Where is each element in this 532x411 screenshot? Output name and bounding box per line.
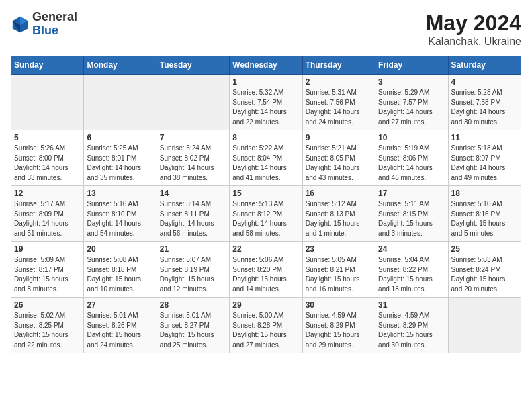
calendar-cell: 12Sunrise: 5:17 AM Sunset: 8:09 PM Dayli… [11,186,84,242]
calendar-cell: 31Sunrise: 4:59 AM Sunset: 8:29 PM Dayli… [375,298,448,353]
calendar-week-row: 26Sunrise: 5:02 AM Sunset: 8:25 PM Dayli… [11,298,521,353]
day-info: Sunrise: 5:02 AM Sunset: 8:25 PM Dayligh… [14,311,81,350]
day-number: 4 [451,77,518,87]
day-info: Sunrise: 4:59 AM Sunset: 8:29 PM Dayligh… [306,311,372,350]
calendar-cell: 15Sunrise: 5:13 AM Sunset: 8:12 PM Dayli… [230,186,302,242]
calendar-cell: 19Sunrise: 5:09 AM Sunset: 8:17 PM Dayli… [11,242,84,298]
calendar-cell: 17Sunrise: 5:11 AM Sunset: 8:15 PM Dayli… [375,186,448,242]
title-block: May 2024 Kalanchak, Ukraine [426,11,521,48]
day-number: 17 [378,189,445,198]
day-number: 27 [87,300,153,310]
day-number: 14 [160,189,226,198]
day-number: 29 [232,300,299,310]
calendar-cell: 20Sunrise: 5:08 AM Sunset: 8:18 PM Dayli… [84,242,157,298]
day-info: Sunrise: 5:16 AM Sunset: 8:10 PM Dayligh… [87,199,153,238]
logo-blue-text: Blue [32,24,58,37]
calendar-cell [448,298,521,353]
day-number: 31 [378,300,445,310]
day-info: Sunrise: 5:00 AM Sunset: 8:28 PM Dayligh… [232,311,299,350]
calendar-cell: 8Sunrise: 5:22 AM Sunset: 8:04 PM Daylig… [230,130,302,186]
calendar-week-row: 12Sunrise: 5:17 AM Sunset: 8:09 PM Dayli… [11,186,521,242]
day-info: Sunrise: 5:10 AM Sunset: 8:16 PM Dayligh… [451,199,518,238]
day-info: Sunrise: 5:21 AM Sunset: 8:05 PM Dayligh… [306,144,372,183]
calendar-cell: 28Sunrise: 5:01 AM Sunset: 8:27 PM Dayli… [157,298,229,353]
day-number: 3 [378,77,445,87]
day-number: 1 [232,77,299,87]
day-number: 22 [232,244,299,254]
day-number: 11 [451,133,518,142]
day-number: 6 [87,133,153,142]
day-number: 30 [306,300,372,310]
calendar-cell: 3Sunrise: 5:29 AM Sunset: 7:57 PM Daylig… [375,75,448,130]
day-info: Sunrise: 5:19 AM Sunset: 8:06 PM Dayligh… [378,144,445,183]
calendar-week-row: 5Sunrise: 5:26 AM Sunset: 8:00 PM Daylig… [11,130,521,186]
day-info: Sunrise: 5:22 AM Sunset: 8:04 PM Dayligh… [232,144,299,183]
day-info: Sunrise: 5:09 AM Sunset: 8:17 PM Dayligh… [14,255,81,294]
calendar-cell: 14Sunrise: 5:14 AM Sunset: 8:11 PM Dayli… [157,186,229,242]
day-number: 5 [14,133,81,142]
calendar-table: SundayMondayTuesdayWednesdayThursdayFrid… [11,56,521,353]
calendar-title: May 2024 [426,11,521,36]
day-number: 12 [14,189,81,198]
calendar-cell: 16Sunrise: 5:12 AM Sunset: 8:13 PM Dayli… [302,186,375,242]
calendar-cell: 5Sunrise: 5:26 AM Sunset: 8:00 PM Daylig… [11,130,84,186]
day-number: 25 [451,244,518,254]
calendar-cell: 18Sunrise: 5:10 AM Sunset: 8:16 PM Dayli… [448,186,521,242]
day-number: 2 [306,77,372,87]
calendar-cell: 24Sunrise: 5:04 AM Sunset: 8:22 PM Dayli… [375,242,448,298]
day-number: 24 [378,244,445,254]
calendar-cell: 9Sunrise: 5:21 AM Sunset: 8:05 PM Daylig… [302,130,375,186]
calendar-cell: 30Sunrise: 4:59 AM Sunset: 8:29 PM Dayli… [302,298,375,353]
day-info: Sunrise: 5:07 AM Sunset: 8:19 PM Dayligh… [160,255,226,294]
calendar-cell: 10Sunrise: 5:19 AM Sunset: 8:06 PM Dayli… [375,130,448,186]
weekday-header-row: SundayMondayTuesdayWednesdayThursdayFrid… [11,56,521,75]
calendar-cell: 4Sunrise: 5:28 AM Sunset: 7:58 PM Daylig… [448,75,521,130]
day-info: Sunrise: 5:26 AM Sunset: 8:00 PM Dayligh… [14,144,81,183]
weekday-header-saturday: Saturday [448,56,521,75]
calendar-week-row: 1Sunrise: 5:32 AM Sunset: 7:54 PM Daylig… [11,75,521,130]
calendar-cell: 11Sunrise: 5:18 AM Sunset: 8:07 PM Dayli… [448,130,521,186]
weekday-header-monday: Monday [84,56,157,75]
day-number: 26 [14,300,81,310]
weekday-header-thursday: Thursday [302,56,375,75]
calendar-cell: 22Sunrise: 5:06 AM Sunset: 8:20 PM Dayli… [230,242,302,298]
day-info: Sunrise: 5:01 AM Sunset: 8:26 PM Dayligh… [87,311,153,350]
day-info: Sunrise: 5:32 AM Sunset: 7:54 PM Dayligh… [232,88,299,127]
calendar-cell: 7Sunrise: 5:24 AM Sunset: 8:02 PM Daylig… [157,130,229,186]
day-info: Sunrise: 5:29 AM Sunset: 7:57 PM Dayligh… [378,88,445,127]
day-info: Sunrise: 5:24 AM Sunset: 8:02 PM Dayligh… [160,144,226,183]
page-header: General Blue May 2024 Kalanchak, Ukraine [11,11,521,48]
day-number: 18 [451,189,518,198]
day-number: 21 [160,244,226,254]
calendar-cell: 6Sunrise: 5:25 AM Sunset: 8:01 PM Daylig… [84,130,157,186]
calendar-cell: 25Sunrise: 5:03 AM Sunset: 8:24 PM Dayli… [448,242,521,298]
day-info: Sunrise: 5:11 AM Sunset: 8:15 PM Dayligh… [378,199,445,238]
calendar-cell: 2Sunrise: 5:31 AM Sunset: 7:56 PM Daylig… [302,75,375,130]
calendar-cell: 23Sunrise: 5:05 AM Sunset: 8:21 PM Dayli… [302,242,375,298]
day-number: 23 [306,244,372,254]
calendar-cell: 29Sunrise: 5:00 AM Sunset: 8:28 PM Dayli… [230,298,302,353]
weekday-header-friday: Friday [375,56,448,75]
day-info: Sunrise: 5:13 AM Sunset: 8:12 PM Dayligh… [232,199,299,238]
calendar-cell [11,75,84,130]
day-info: Sunrise: 5:05 AM Sunset: 8:21 PM Dayligh… [306,255,372,294]
calendar-week-row: 19Sunrise: 5:09 AM Sunset: 8:17 PM Dayli… [11,242,521,298]
day-info: Sunrise: 5:17 AM Sunset: 8:09 PM Dayligh… [14,199,81,238]
day-number: 16 [306,189,372,198]
day-number: 13 [87,189,153,198]
day-number: 10 [378,133,445,142]
calendar-cell: 21Sunrise: 5:07 AM Sunset: 8:19 PM Dayli… [157,242,229,298]
day-info: Sunrise: 5:04 AM Sunset: 8:22 PM Dayligh… [378,255,445,294]
day-info: Sunrise: 5:14 AM Sunset: 8:11 PM Dayligh… [160,199,226,238]
day-info: Sunrise: 5:25 AM Sunset: 8:01 PM Dayligh… [87,144,153,183]
weekday-header-tuesday: Tuesday [157,56,229,75]
calendar-cell: 27Sunrise: 5:01 AM Sunset: 8:26 PM Dayli… [84,298,157,353]
calendar-location: Kalanchak, Ukraine [426,36,521,48]
logo-general: General [32,10,77,24]
day-number: 7 [160,133,226,142]
calendar-cell [84,75,157,130]
day-number: 19 [14,244,81,254]
calendar-cell: 1Sunrise: 5:32 AM Sunset: 7:54 PM Daylig… [230,75,302,130]
logo: General Blue [11,11,77,38]
day-number: 20 [87,244,153,254]
